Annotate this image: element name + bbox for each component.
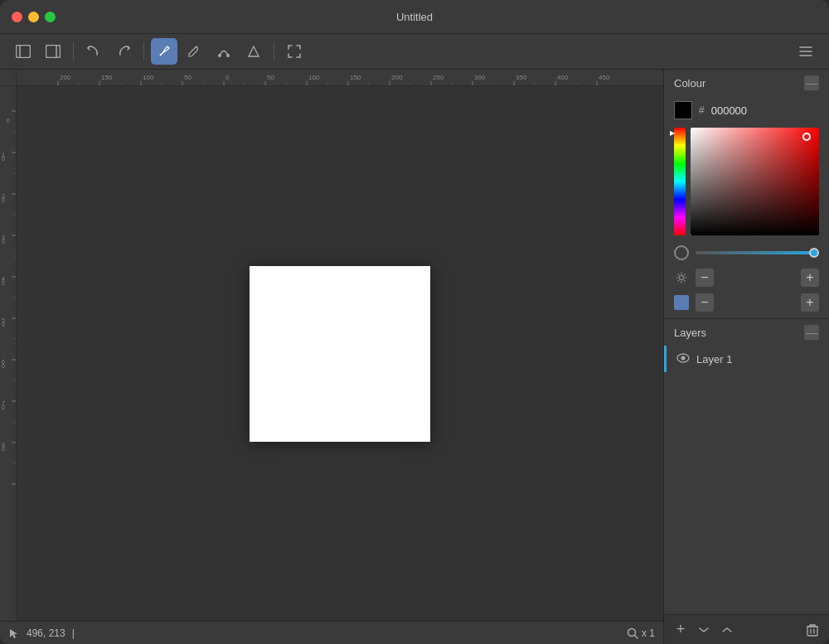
fill-swatch[interactable] — [674, 295, 689, 310]
svg-text:100: 100 — [143, 74, 154, 81]
hex-symbol: # — [699, 104, 705, 116]
svg-text:50: 50 — [267, 74, 274, 81]
add-layer-button[interactable]: + — [671, 620, 691, 640]
fill-row: − + — [664, 290, 829, 318]
cursor-coords: 496, 213 — [27, 627, 65, 639]
fullscreen-button[interactable] — [281, 38, 308, 65]
ruler-top-svg: 200 150 100 50 0 50 100 150 200 — [17, 70, 663, 85]
zoom-value: x 1 — [642, 627, 655, 639]
window-title: Untitled — [396, 11, 433, 23]
zoom-control: x 1 — [627, 627, 655, 639]
toolbar-separator-2 — [143, 42, 144, 61]
svg-text:0: 0 — [2, 322, 5, 327]
cursor-icon — [8, 627, 20, 639]
close-button[interactable] — [12, 12, 22, 22]
shape-tool-button[interactable] — [240, 38, 267, 65]
delete-layer-button[interactable] — [802, 620, 822, 640]
svg-line-89 — [634, 635, 638, 638]
gear-icon — [674, 270, 689, 285]
layers-empty-space — [664, 372, 829, 614]
pen-tool-button[interactable] — [151, 38, 177, 65]
undo-button[interactable] — [80, 38, 107, 65]
minimize-button[interactable] — [28, 12, 39, 22]
canvas-document-area[interactable] — [17, 86, 663, 621]
ruler-left-svg: 0 1 0 2 0 3 0 4 — [0, 86, 16, 621]
zoom-icon — [627, 627, 638, 639]
svg-point-90 — [680, 276, 684, 280]
layer-up-button[interactable] — [717, 620, 737, 640]
titlebar: Untitled — [0, 0, 829, 33]
toolbar-separator-1 — [73, 42, 74, 61]
toolbar — [0, 33, 829, 70]
svg-text:0: 0 — [2, 239, 5, 245]
svg-rect-93 — [807, 627, 817, 636]
main-layout: 200 150 100 50 0 50 100 150 200 — [0, 70, 829, 644]
layers-collapse-button[interactable]: — — [804, 325, 819, 340]
svg-text:0: 0 — [225, 74, 230, 81]
layers-title: Layers — [674, 327, 706, 339]
ruler-left: 0 1 0 2 0 3 0 4 — [0, 86, 17, 621]
add-layer-icon: + — [676, 621, 686, 638]
hex-input[interactable] — [711, 104, 778, 117]
svg-text:0: 0 — [2, 197, 5, 203]
layer-item[interactable]: Layer 1 — [664, 346, 829, 372]
svg-rect-0 — [17, 46, 31, 58]
svg-text:0: 0 — [2, 280, 5, 286]
svg-text:400: 400 — [557, 74, 569, 81]
sidebar-left-toggle[interactable] — [10, 38, 36, 65]
svg-text:450: 450 — [599, 74, 610, 81]
toolbar-separator-3 — [274, 42, 274, 61]
svg-point-92 — [681, 356, 686, 361]
sidebar-right-toggle[interactable] — [40, 38, 66, 65]
svg-text:200: 200 — [60, 74, 71, 81]
menu-button[interactable] — [793, 38, 819, 65]
right-panel: Colour — # ▶ — [663, 70, 829, 644]
layer-dropdown-button[interactable] — [694, 620, 714, 640]
opacity-icon — [674, 245, 689, 260]
layers-bottom-bar: + — [664, 614, 829, 644]
layers-section: Layers — Layer 1 + — [664, 319, 829, 644]
svg-text:300: 300 — [474, 74, 486, 81]
fill-plus-button[interactable]: + — [801, 293, 819, 312]
colour-collapse-button[interactable]: — — [804, 75, 819, 90]
svg-text:200: 200 — [391, 74, 403, 81]
layer-name: Layer 1 — [696, 353, 732, 366]
hsv-cursor — [802, 133, 811, 141]
opacity-slider[interactable] — [696, 251, 819, 254]
svg-text:50: 50 — [184, 74, 191, 81]
colour-header: Colour — — [664, 70, 829, 96]
redo-button[interactable] — [110, 38, 137, 65]
window-controls — [12, 12, 56, 22]
canvas-area[interactable]: 200 150 100 50 0 50 100 150 200 — [0, 70, 663, 644]
colour-section: Colour — # ▶ — [664, 70, 829, 319]
svg-text:0: 0 — [2, 156, 5, 162]
eyedropper-button[interactable] — [181, 38, 207, 65]
stroke-minus-button[interactable]: − — [696, 269, 714, 287]
fill-minus-button[interactable]: − — [696, 293, 714, 312]
coords-separator: | — [72, 627, 75, 639]
hue-strip[interactable]: ▶ — [674, 128, 686, 235]
svg-text:100: 100 — [308, 74, 320, 81]
colour-picker-area: ▶ — [664, 124, 829, 240]
svg-text:150: 150 — [101, 74, 113, 81]
layer-visibility-icon[interactable] — [676, 352, 690, 366]
svg-text:0: 0 — [2, 363, 5, 369]
path-tool-button[interactable] — [211, 38, 237, 65]
svg-point-4 — [195, 46, 196, 48]
svg-rect-2 — [46, 46, 61, 58]
stroke-width-row: − + — [664, 265, 829, 290]
stroke-plus-button[interactable]: + — [801, 269, 819, 287]
svg-point-6 — [226, 54, 230, 57]
svg-text:150: 150 — [350, 74, 361, 81]
svg-text:0: 0 — [2, 404, 5, 410]
hue-cursor: ▶ — [670, 128, 675, 139]
opacity-thumb — [809, 248, 819, 258]
colour-swatch[interactable] — [674, 101, 692, 119]
maximize-button[interactable] — [45, 12, 56, 22]
svg-text:0: 0 — [2, 446, 5, 452]
opacity-row — [664, 240, 829, 265]
svg-text:0: 0 — [7, 118, 10, 123]
svg-text:350: 350 — [516, 74, 527, 81]
white-canvas — [250, 266, 430, 442]
hsv-gradient-box[interactable] — [691, 128, 819, 235]
